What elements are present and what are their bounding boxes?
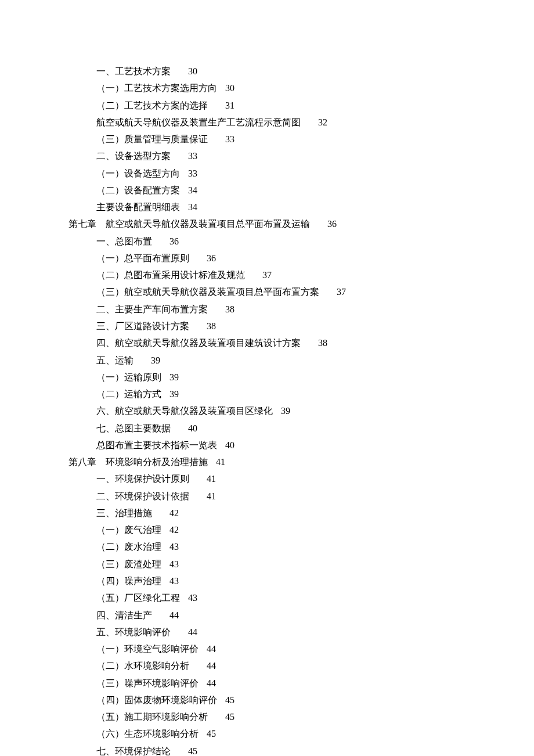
toc-row: （二）设备配置方案34 [68, 182, 534, 199]
toc-entry-page: 32 [318, 114, 327, 131]
toc-row: 二、环境保护设计依据41 [68, 488, 534, 505]
toc-entry-title: （四）噪声治理 [96, 573, 161, 589]
toc-row: 七、总图主要数据40 [68, 420, 534, 437]
toc-entry-title: 主要设备配置明细表 [96, 199, 180, 215]
toc-entry-page: 42 [169, 505, 179, 521]
toc-row: （四）固体废物环境影响评价45 [68, 692, 534, 708]
toc-entry-page: 34 [188, 182, 197, 199]
toc-row: （六）生态环境影响分析45 [68, 725, 534, 742]
toc-entry-title: 六、航空或航天导航仪器及装置项目区绿化 [96, 402, 273, 419]
toc-entry-page: 41 [207, 470, 216, 487]
toc-entry-title: （一）运输原则 [96, 369, 161, 386]
table-of-contents: 一、工艺技术方案30（一）工艺技术方案选用方向30（二）工艺技术方案的选择31航… [0, 63, 534, 756]
toc-entry-page: 39 [281, 402, 290, 419]
toc-entry-title: 四、清洁生产 [96, 607, 152, 624]
toc-entry-page: 30 [225, 80, 234, 96]
toc-entry-page: 36 [327, 215, 337, 232]
toc-row: （四）噪声治理43 [68, 573, 534, 589]
toc-entry-title: 一、工艺技术方案 [96, 63, 171, 80]
toc-row: 三、厂区道路设计方案38 [68, 318, 534, 334]
toc-row: 一、总图布置36 [68, 233, 534, 250]
toc-entry-title: 三、治理措施 [96, 505, 152, 521]
toc-entry-page: 45 [225, 708, 234, 725]
toc-row: （二）废水治理43 [68, 538, 534, 555]
toc-row: （三）噪声环境影响评价44 [68, 675, 534, 692]
toc-entry-title: 五、环境影响评价 [96, 624, 171, 640]
toc-entry-title: （二）设备配置方案 [96, 182, 180, 199]
toc-entry-title: 二、设备选型方案 [96, 147, 171, 164]
toc-entry-page: 37 [262, 267, 272, 283]
toc-entry-title: （二）水环境影响分析 [96, 657, 189, 674]
toc-entry-page: 37 [337, 283, 346, 300]
toc-entry-title: 第七章 航空或航天导航仪器及装置项目总平面布置及运输 [68, 215, 310, 232]
toc-entry-page: 38 [225, 301, 234, 318]
toc-entry-page: 34 [188, 199, 197, 215]
toc-entry-page: 38 [318, 334, 327, 351]
toc-row: （一）废气治理42 [68, 521, 534, 538]
toc-row: （三）废渣处理43 [68, 556, 534, 573]
toc-row: （二）工艺技术方案的选择31 [68, 97, 534, 114]
toc-entry-title: 航空或航天导航仪器及装置生产工艺流程示意简图 [96, 114, 301, 131]
toc-row: 四、航空或航天导航仪器及装置项目建筑设计方案38 [68, 334, 534, 351]
toc-entry-page: 43 [169, 538, 179, 555]
toc-row: 一、工艺技术方案30 [68, 63, 534, 80]
toc-entry-title: （二）运输方式 [96, 386, 161, 402]
toc-row: 总图布置主要技术指标一览表40 [68, 437, 534, 453]
toc-entry-title: 五、运输 [96, 352, 134, 369]
toc-entry-title: （三）废渣处理 [96, 556, 161, 573]
toc-entry-page: 38 [207, 318, 216, 334]
toc-entry-page: 44 [207, 657, 216, 674]
toc-entry-page: 45 [188, 743, 197, 756]
toc-entry-title: （二）总图布置采用设计标准及规范 [96, 267, 245, 283]
toc-entry-page: 39 [169, 369, 179, 386]
toc-entry-title: （三）航空或航天导航仪器及装置项目总平面布置方案 [96, 283, 319, 300]
toc-entry-title: 二、环境保护设计依据 [96, 488, 189, 505]
toc-row: 主要设备配置明细表34 [68, 199, 534, 215]
toc-row: （三）航空或航天导航仪器及装置项目总平面布置方案37 [68, 283, 534, 300]
toc-row: 第八章 环境影响分析及治理措施41 [68, 453, 534, 470]
toc-entry-page: 41 [216, 453, 225, 470]
toc-entry-title: 七、总图主要数据 [96, 420, 171, 437]
toc-row: 五、运输39 [68, 352, 534, 369]
toc-entry-page: 45 [207, 725, 216, 742]
toc-entry-page: 39 [151, 352, 160, 369]
toc-row: 七、环境保护结论45 [68, 743, 534, 756]
toc-entry-page: 42 [169, 521, 179, 538]
toc-entry-page: 40 [225, 437, 234, 453]
toc-row: （二）总图布置采用设计标准及规范37 [68, 267, 534, 283]
toc-entry-page: 36 [169, 233, 179, 250]
toc-row: 二、主要生产车间布置方案38 [68, 301, 534, 318]
toc-entry-page: 31 [225, 97, 234, 114]
toc-entry-title: 四、航空或航天导航仪器及装置项目建筑设计方案 [96, 334, 301, 351]
toc-row: （五）施工期环境影响分析45 [68, 708, 534, 725]
toc-entry-title: （三）质量管理与质量保证 [96, 131, 208, 147]
toc-entry-page: 33 [188, 165, 197, 182]
toc-row: 第七章 航空或航天导航仪器及装置项目总平面布置及运输36 [68, 215, 534, 232]
toc-row: 四、清洁生产44 [68, 607, 534, 624]
toc-row: 航空或航天导航仪器及装置生产工艺流程示意简图32 [68, 114, 534, 131]
toc-entry-title: （一）环境空气影响评价 [96, 640, 199, 657]
toc-entry-page: 33 [225, 131, 234, 147]
toc-entry-page: 44 [188, 624, 197, 640]
toc-entry-title: 一、环境保护设计原则 [96, 470, 189, 487]
toc-row: （一）工艺技术方案选用方向30 [68, 80, 534, 96]
toc-entry-title: （一）废气治理 [96, 521, 161, 538]
toc-entry-page: 39 [169, 386, 179, 402]
toc-row: 六、航空或航天导航仪器及装置项目区绿化39 [68, 402, 534, 419]
toc-entry-title: （三）噪声环境影响评价 [96, 675, 199, 692]
toc-entry-page: 43 [169, 556, 179, 573]
toc-entry-title: （二）废水治理 [96, 538, 161, 555]
toc-entry-title: 二、主要生产车间布置方案 [96, 301, 208, 318]
toc-entry-page: 44 [169, 607, 179, 624]
toc-entry-title: （二）工艺技术方案的选择 [96, 97, 208, 114]
toc-row: （五）厂区绿化工程43 [68, 589, 534, 606]
toc-entry-title: 总图布置主要技术指标一览表 [96, 437, 217, 453]
toc-entry-title: （五）施工期环境影响分析 [96, 708, 208, 725]
toc-row: 三、治理措施42 [68, 505, 534, 521]
toc-entry-title: （五）厂区绿化工程 [96, 589, 180, 606]
toc-row: （一）设备选型方向33 [68, 165, 534, 182]
toc-entry-title: 七、环境保护结论 [96, 743, 171, 756]
toc-entry-title: （一）设备选型方向 [96, 165, 180, 182]
toc-entry-title: （一）工艺技术方案选用方向 [96, 80, 217, 96]
toc-entry-title: （四）固体废物环境影响评价 [96, 692, 217, 708]
